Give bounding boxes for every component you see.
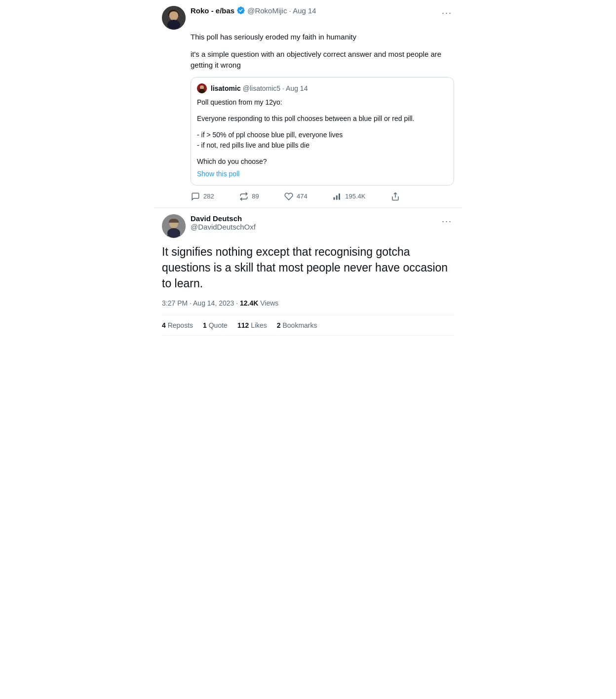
retweet-icon bbox=[239, 192, 249, 201]
quoted-tweet-text: Poll question from my 12yo: Everyone res… bbox=[197, 97, 448, 179]
roko-username-date: @RokoMijic · Aug 14 bbox=[247, 6, 316, 15]
tweet-1-text2: it's a simple question with an objective… bbox=[191, 49, 454, 71]
views-count: 195.4K bbox=[345, 193, 365, 200]
like-count: 474 bbox=[297, 193, 308, 200]
lisatomic-user-info: lisatomic @lisatomic5 · Aug 14 bbox=[211, 84, 308, 92]
share-icon bbox=[390, 192, 400, 201]
tweet-2-more-options[interactable]: ··· bbox=[440, 214, 454, 229]
david-user-info: David Deutsch @DavidDeutschOxf bbox=[191, 214, 256, 231]
quoted-text1: Poll question from my 12yo: bbox=[197, 97, 448, 108]
lisatomic-username-date: @lisatomic5 · Aug 14 bbox=[243, 84, 308, 92]
retweet-action[interactable]: 89 bbox=[239, 192, 259, 201]
quoted-text3: - if > 50% of ppl choose blue pill, ever… bbox=[197, 130, 448, 151]
tweet-2-timestamp: 3:27 PM · Aug 14, 2023 · 12.4K Views bbox=[162, 299, 454, 307]
views-icon bbox=[332, 192, 342, 201]
tweet-2-header: David Deutsch @DavidDeutschOxf ··· bbox=[162, 214, 454, 238]
roko-user-info: Roko - e/bas @RokoMijic · Aug 14 bbox=[191, 6, 316, 15]
roko-name-row: Roko - e/bas @RokoMijic · Aug 14 bbox=[191, 6, 316, 15]
roko-avatar[interactable] bbox=[162, 6, 186, 30]
share-action[interactable] bbox=[390, 192, 400, 201]
lisatomic-display-name: lisatomic bbox=[211, 84, 241, 92]
show-poll-link[interactable]: Show this poll bbox=[197, 169, 448, 179]
likes-count[interactable]: 112 Likes bbox=[237, 321, 267, 329]
lisatomic-avatar bbox=[197, 83, 207, 93]
reply-count: 282 bbox=[203, 193, 214, 200]
svg-rect-8 bbox=[336, 195, 338, 199]
reposts-count[interactable]: 4 Reposts bbox=[162, 321, 193, 329]
david-username: @DavidDeutschOxf bbox=[191, 223, 256, 231]
tweet-1-body: This poll has seriously eroded my faith … bbox=[191, 32, 454, 201]
retweet-count: 89 bbox=[252, 193, 259, 200]
svg-rect-7 bbox=[334, 197, 335, 199]
quoted-text2: Everyone responding to this poll chooses… bbox=[197, 114, 448, 124]
tweet-1-text1: This poll has seriously eroded my faith … bbox=[191, 32, 454, 43]
quoted-tweet[interactable]: lisatomic @lisatomic5 · Aug 14 Poll ques… bbox=[191, 77, 454, 186]
bookmarks-count[interactable]: 2 Bookmarks bbox=[277, 321, 317, 329]
svg-point-5 bbox=[200, 85, 204, 89]
quoted-tweet-header: lisatomic @lisatomic5 · Aug 14 bbox=[197, 83, 448, 93]
reply-action[interactable]: 282 bbox=[191, 192, 214, 201]
tweet-2-header-left: David Deutsch @DavidDeutschOxf bbox=[162, 214, 256, 238]
roko-display-name[interactable]: Roko - e/bas bbox=[191, 6, 234, 15]
tweet-1-actions: 282 89 474 bbox=[191, 192, 400, 201]
david-display-name[interactable]: David Deutsch bbox=[191, 214, 242, 223]
views-action[interactable]: 195.4K bbox=[332, 192, 365, 201]
tweet-2-text: It signifies nothing except that recogni… bbox=[162, 244, 454, 292]
tweet-1: Roko - e/bas @RokoMijic · Aug 14 ··· Thi… bbox=[154, 0, 462, 208]
reply-icon bbox=[191, 192, 200, 201]
tweet-2: David Deutsch @DavidDeutschOxf ··· It si… bbox=[154, 208, 462, 342]
like-icon bbox=[284, 192, 294, 201]
svg-point-2 bbox=[169, 11, 178, 20]
quoted-text4: Which do you choose? bbox=[197, 156, 448, 167]
tweet-1-header-left: Roko - e/bas @RokoMijic · Aug 14 bbox=[162, 6, 316, 30]
engagement-bar: 4 Reposts 1 Quote 112 Likes 2 Bookmarks bbox=[162, 315, 454, 336]
david-name-row: David Deutsch bbox=[191, 214, 256, 223]
tweet-1-header: Roko - e/bas @RokoMijic · Aug 14 ··· bbox=[162, 6, 454, 30]
like-action[interactable]: 474 bbox=[284, 192, 308, 201]
tweet-1-more-options[interactable]: ··· bbox=[440, 6, 454, 20]
svg-rect-9 bbox=[339, 194, 340, 200]
verified-icon bbox=[236, 6, 245, 15]
quotes-count[interactable]: 1 Quote bbox=[203, 321, 228, 329]
david-avatar[interactable] bbox=[162, 214, 186, 238]
